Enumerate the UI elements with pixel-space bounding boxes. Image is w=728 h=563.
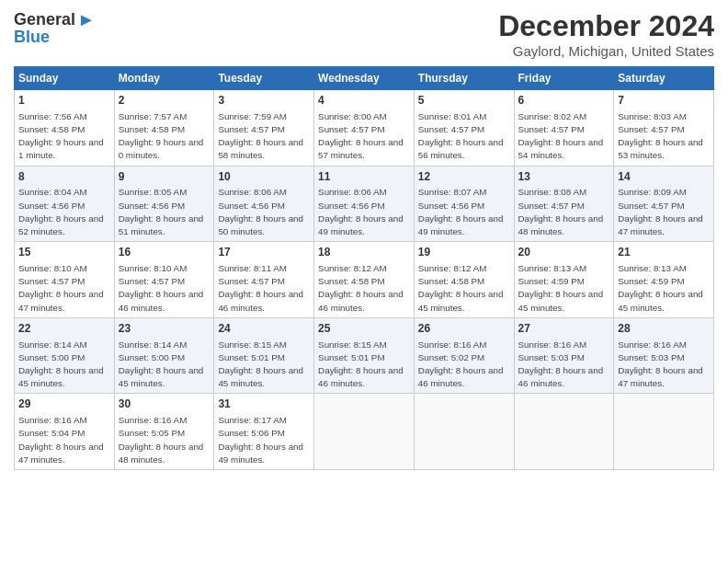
- calendar-week-2: 8Sunrise: 8:04 AMSunset: 4:56 PMDaylight…: [15, 166, 714, 242]
- day-info: Sunrise: 7:59 AMSunset: 4:57 PMDaylight:…: [218, 111, 303, 161]
- day-info: Sunrise: 8:13 AMSunset: 4:59 PMDaylight:…: [518, 263, 604, 313]
- calendar-day: [514, 394, 614, 470]
- day-info: Sunrise: 8:14 AMSunset: 5:00 PMDaylight:…: [119, 339, 204, 389]
- day-number: 6: [518, 93, 610, 109]
- day-info: Sunrise: 8:14 AMSunset: 5:00 PMDaylight:…: [18, 339, 104, 389]
- calendar-day: 18Sunrise: 8:12 AMSunset: 4:58 PMDayligh…: [314, 242, 415, 318]
- day-number: 8: [18, 169, 110, 185]
- calendar-day: 6Sunrise: 8:02 AMSunset: 4:57 PMDaylight…: [514, 90, 614, 167]
- day-number: 20: [518, 245, 610, 260]
- day-number: 7: [618, 93, 710, 109]
- day-number: 15: [18, 245, 110, 260]
- page-header: General ► Blue December 2024 Gaylord, Mi…: [14, 9, 714, 59]
- logo-general: General: [14, 10, 75, 29]
- day-number: 3: [218, 93, 310, 109]
- day-number: 5: [418, 93, 510, 109]
- calendar-day: 17Sunrise: 8:11 AMSunset: 4:57 PMDayligh…: [214, 242, 314, 318]
- calendar-day: 3Sunrise: 7:59 AMSunset: 4:57 PMDaylight…: [214, 90, 314, 167]
- calendar-day: 24Sunrise: 8:15 AMSunset: 5:01 PMDayligh…: [214, 317, 314, 394]
- day-number: 10: [218, 169, 310, 185]
- day-number: 25: [318, 321, 410, 337]
- day-number: 16: [119, 245, 210, 260]
- calendar-day: 31Sunrise: 8:17 AMSunset: 5:06 PMDayligh…: [214, 394, 314, 470]
- day-number: 27: [518, 321, 610, 337]
- day-info: Sunrise: 8:09 AMSunset: 4:57 PMDaylight:…: [618, 187, 703, 236]
- calendar-title: December 2024: [498, 9, 714, 43]
- calendar-day: 15Sunrise: 8:10 AMSunset: 4:57 PMDayligh…: [15, 242, 115, 318]
- calendar-day: 4Sunrise: 8:00 AMSunset: 4:57 PMDaylight…: [314, 90, 415, 167]
- day-number: 24: [218, 321, 310, 337]
- calendar-body: 1Sunrise: 7:56 AMSunset: 4:58 PMDaylight…: [15, 90, 714, 470]
- day-number: 4: [318, 93, 410, 109]
- calendar-day: 14Sunrise: 8:09 AMSunset: 4:57 PMDayligh…: [614, 166, 714, 242]
- day-number: 14: [618, 169, 710, 185]
- day-info: Sunrise: 8:10 AMSunset: 4:57 PMDaylight:…: [119, 263, 204, 313]
- day-number: 17: [218, 245, 310, 260]
- day-number: 11: [318, 169, 410, 185]
- calendar-day: 1Sunrise: 7:56 AMSunset: 4:58 PMDaylight…: [15, 90, 115, 167]
- calendar-day: 11Sunrise: 8:06 AMSunset: 4:56 PMDayligh…: [314, 166, 415, 242]
- calendar-day: 8Sunrise: 8:04 AMSunset: 4:56 PMDaylight…: [15, 166, 115, 242]
- calendar-week-5: 29Sunrise: 8:16 AMSunset: 5:04 PMDayligh…: [15, 394, 714, 470]
- day-info: Sunrise: 8:10 AMSunset: 4:57 PMDaylight:…: [18, 263, 104, 313]
- calendar-header-tuesday: Tuesday: [214, 67, 314, 90]
- day-info: Sunrise: 8:15 AMSunset: 5:01 PMDaylight:…: [218, 339, 303, 389]
- day-number: 30: [119, 396, 210, 412]
- day-info: Sunrise: 8:12 AMSunset: 4:58 PMDaylight:…: [418, 263, 504, 313]
- day-info: Sunrise: 8:11 AMSunset: 4:57 PMDaylight:…: [218, 263, 303, 313]
- calendar-header-sunday: Sunday: [15, 67, 115, 90]
- day-number: 29: [18, 396, 110, 412]
- day-info: Sunrise: 8:04 AMSunset: 4:56 PMDaylight:…: [18, 187, 104, 236]
- day-info: Sunrise: 8:07 AMSunset: 4:56 PMDaylight:…: [418, 187, 504, 236]
- calendar-day: 20Sunrise: 8:13 AMSunset: 4:59 PMDayligh…: [514, 242, 614, 318]
- day-number: 28: [618, 321, 710, 337]
- calendar-day: [314, 394, 415, 470]
- calendar-day: 23Sunrise: 8:14 AMSunset: 5:00 PMDayligh…: [114, 317, 214, 394]
- day-info: Sunrise: 8:06 AMSunset: 4:56 PMDaylight:…: [318, 187, 404, 236]
- calendar-day: 2Sunrise: 7:57 AMSunset: 4:58 PMDaylight…: [114, 90, 214, 167]
- calendar-day: 28Sunrise: 8:16 AMSunset: 5:03 PMDayligh…: [614, 317, 714, 394]
- day-info: Sunrise: 8:06 AMSunset: 4:56 PMDaylight:…: [218, 187, 303, 236]
- day-info: Sunrise: 8:16 AMSunset: 5:05 PMDaylight:…: [119, 415, 204, 465]
- day-number: 26: [418, 321, 510, 337]
- day-number: 9: [119, 169, 210, 185]
- day-number: 12: [418, 169, 510, 185]
- day-number: 31: [218, 396, 310, 412]
- calendar-day: 26Sunrise: 8:16 AMSunset: 5:02 PMDayligh…: [414, 317, 514, 394]
- day-info: Sunrise: 8:16 AMSunset: 5:03 PMDaylight:…: [518, 339, 604, 389]
- calendar-header-wednesday: Wednesday: [314, 67, 415, 90]
- day-info: Sunrise: 8:05 AMSunset: 4:56 PMDaylight:…: [119, 187, 204, 236]
- calendar-header-row: SundayMondayTuesdayWednesdayThursdayFrid…: [15, 67, 714, 90]
- logo-blue: Blue: [14, 28, 50, 47]
- title-section: December 2024 Gaylord, Michigan, United …: [498, 9, 714, 59]
- day-info: Sunrise: 8:03 AMSunset: 4:57 PMDaylight:…: [618, 111, 703, 161]
- calendar-header-monday: Monday: [114, 67, 214, 90]
- calendar-day: 19Sunrise: 8:12 AMSunset: 4:58 PMDayligh…: [414, 242, 514, 318]
- calendar-day: 13Sunrise: 8:08 AMSunset: 4:57 PMDayligh…: [514, 166, 614, 242]
- day-info: Sunrise: 8:02 AMSunset: 4:57 PMDaylight:…: [518, 111, 604, 161]
- day-number: 22: [18, 321, 110, 337]
- calendar-table: SundayMondayTuesdayWednesdayThursdayFrid…: [14, 66, 714, 470]
- day-number: 2: [119, 93, 210, 109]
- logo: General ► Blue: [14, 9, 96, 47]
- calendar-day: 22Sunrise: 8:14 AMSunset: 5:00 PMDayligh…: [15, 317, 115, 394]
- day-number: 19: [418, 245, 510, 260]
- day-number: 1: [18, 93, 110, 109]
- calendar-day: 27Sunrise: 8:16 AMSunset: 5:03 PMDayligh…: [514, 317, 614, 394]
- day-info: Sunrise: 7:56 AMSunset: 4:58 PMDaylight:…: [18, 111, 104, 161]
- calendar-week-1: 1Sunrise: 7:56 AMSunset: 4:58 PMDaylight…: [15, 90, 714, 167]
- day-number: 18: [318, 245, 410, 260]
- calendar-day: 7Sunrise: 8:03 AMSunset: 4:57 PMDaylight…: [614, 90, 714, 167]
- calendar-day: 29Sunrise: 8:16 AMSunset: 5:04 PMDayligh…: [15, 394, 115, 470]
- day-info: Sunrise: 8:15 AMSunset: 5:01 PMDaylight:…: [318, 339, 404, 389]
- calendar-day: 16Sunrise: 8:10 AMSunset: 4:57 PMDayligh…: [114, 242, 214, 318]
- day-info: Sunrise: 8:13 AMSunset: 4:59 PMDaylight:…: [618, 263, 703, 313]
- calendar-header-thursday: Thursday: [414, 67, 514, 90]
- calendar-week-3: 15Sunrise: 8:10 AMSunset: 4:57 PMDayligh…: [15, 242, 714, 318]
- calendar-day: [614, 394, 714, 470]
- calendar-day: 12Sunrise: 8:07 AMSunset: 4:56 PMDayligh…: [414, 166, 514, 242]
- calendar-day: 25Sunrise: 8:15 AMSunset: 5:01 PMDayligh…: [314, 317, 415, 394]
- day-info: Sunrise: 8:16 AMSunset: 5:02 PMDaylight:…: [418, 339, 504, 389]
- day-info: Sunrise: 8:17 AMSunset: 5:06 PMDaylight:…: [218, 415, 303, 465]
- calendar-day: 5Sunrise: 8:01 AMSunset: 4:57 PMDaylight…: [414, 90, 514, 167]
